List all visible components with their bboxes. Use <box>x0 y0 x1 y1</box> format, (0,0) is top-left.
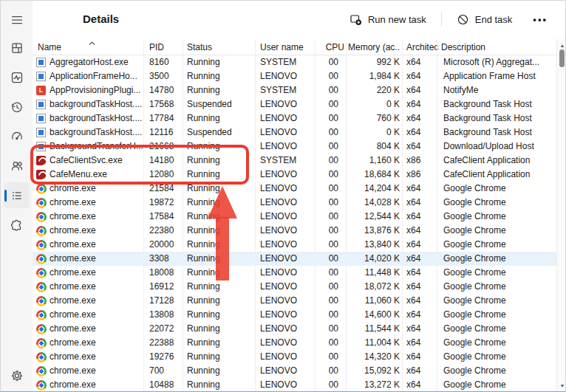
scrollbar-down-icon[interactable]: ▼ <box>557 381 566 391</box>
cell-architecture: x64 <box>406 280 434 294</box>
process-row[interactable]: chrome.exe700RunningLENOVO0015,092 Kx64G… <box>33 364 556 378</box>
cell-status: Suspended <box>187 97 253 111</box>
chrome-icon <box>36 226 47 236</box>
process-row[interactable]: chrome.exe3308RunningLENOVO0014,020 Kx64… <box>33 252 556 266</box>
cell-cpu: 00 <box>312 336 338 350</box>
cell-pid: 17584 <box>149 210 182 224</box>
cell-status: Running <box>187 182 253 196</box>
cell-pid: 20000 <box>149 238 182 252</box>
cell-cpu: 00 <box>312 378 338 392</box>
more-options-button[interactable]: ••• <box>527 11 553 28</box>
process-row[interactable]: chrome.exe21584RunningLENOVO0014,204 Kx6… <box>33 182 556 196</box>
process-row[interactable]: chrome.exe17584RunningLENOVO0012,544 Kx6… <box>33 210 556 224</box>
cell-cpu: 00 <box>312 97 338 111</box>
toolbar-divider <box>441 12 442 27</box>
cell-pid: 22388 <box>149 336 182 350</box>
sidebar-item-details[interactable] <box>4 182 30 208</box>
cell-description: CafeClient Application <box>443 168 556 182</box>
cell-architecture: x64 <box>406 140 434 154</box>
cell-architecture: x64 <box>406 266 434 280</box>
process-row[interactable]: chrome.exe17128RunningLENOVO0011,060 Kx6… <box>33 294 556 308</box>
sidebar-item-startup-apps[interactable] <box>4 123 30 149</box>
cell-status: Running <box>187 308 253 322</box>
column-header-status[interactable]: Status <box>187 39 255 55</box>
chrome-icon <box>36 338 47 348</box>
cell-status: Running <box>187 238 253 252</box>
column-header-architecture[interactable]: Architec... <box>406 39 439 55</box>
sidebar-item-processes[interactable] <box>4 35 30 61</box>
cell-user-name: LENOVO <box>260 378 319 392</box>
end-task-button[interactable]: End task <box>452 10 517 29</box>
cell-status: Running <box>187 210 253 224</box>
process-row[interactable]: AggregatorHost.exe8160RunningSYSTEM00992… <box>33 55 556 69</box>
cell-cpu: 00 <box>312 125 338 140</box>
process-row[interactable]: chrome.exe16912RunningLENOVO0018,072 Kx6… <box>33 280 556 294</box>
cell-process-name: chrome.exe <box>50 224 143 238</box>
process-row[interactable]: CafeMenu.exe12080RunningLENOVO0018,684 K… <box>33 168 556 182</box>
process-row[interactable]: chrome.exe19872RunningLENOVO0014,028 Kx6… <box>33 196 556 210</box>
scrollbar-thumb[interactable] <box>559 49 565 67</box>
page-title: Details <box>83 13 119 25</box>
cell-architecture: x86 <box>406 154 434 168</box>
column-header-user[interactable]: User name <box>260 39 318 55</box>
process-row[interactable]: chrome.exe19276RunningLENOVO0014,320 Kx6… <box>33 350 556 364</box>
cell-user-name: LENOVO <box>260 308 319 322</box>
process-row[interactable]: ApplicationFrameHo...3500RunningLENOVO00… <box>33 69 556 83</box>
process-row[interactable]: backgroundTaskHost....17568SuspendedLENO… <box>33 97 556 111</box>
chrome-icon <box>36 324 47 334</box>
process-row[interactable]: chrome.exe10488RunningLENOVO0013,272 Kx6… <box>33 378 556 392</box>
process-row[interactable]: BackgroundTransferH...21668RunningLENOVO… <box>33 140 556 154</box>
process-row[interactable]: chrome.exe18008RunningLENOVO0011,448 Kx6… <box>33 266 556 280</box>
end-task-icon <box>457 13 469 26</box>
settings-gear-icon <box>10 369 24 382</box>
vertical-scrollbar[interactable]: ▲ ▼ <box>556 39 566 392</box>
column-header-cpu[interactable]: CPU <box>318 39 344 55</box>
chrome-icon <box>36 184 47 194</box>
column-header-pid[interactable]: PID <box>149 39 180 55</box>
cell-status: Running <box>187 280 253 294</box>
chrome-icon <box>36 352 47 362</box>
sidebar-item-app-history[interactable] <box>4 94 30 120</box>
cell-status: Running <box>187 69 253 83</box>
hamburger-menu-icon[interactable] <box>4 7 30 32</box>
cell-process-name: BackgroundTransferH... <box>50 140 143 154</box>
process-row[interactable]: chrome.exe22388RunningLENOVO0011,004 Kx6… <box>33 336 556 350</box>
process-row[interactable]: chrome.exe20000RunningLENOVO0013,840 Kx6… <box>33 238 556 252</box>
cell-user-name: LENOVO <box>260 111 319 125</box>
cell-status: Running <box>187 196 253 210</box>
process-row[interactable]: LAppProvisioningPlugi...14780RunningSYST… <box>33 83 556 97</box>
cell-pid: 17568 <box>149 97 182 111</box>
default-exe-icon <box>36 100 46 109</box>
process-row[interactable]: backgroundTaskHost....17784RunningLENOVO… <box>33 111 556 125</box>
cell-cpu: 00 <box>312 280 338 294</box>
cell-user-name: LENOVO <box>260 125 319 140</box>
cell-cpu: 00 <box>312 55 338 69</box>
cell-description: Google Chrome <box>443 224 556 238</box>
cell-cpu: 00 <box>312 266 338 280</box>
sidebar-item-services[interactable] <box>4 212 30 238</box>
app-provisioning-icon: L <box>36 86 46 95</box>
sidebar-item-performance[interactable] <box>4 64 30 90</box>
sidebar-item-users[interactable] <box>4 153 30 179</box>
cell-memory: 14,020 K <box>343 252 400 266</box>
cell-architecture: x64 <box>406 210 434 224</box>
process-row[interactable]: backgroundTaskHost....12116SuspendedLENO… <box>33 125 556 140</box>
cell-description: Download/Upload Host <box>443 140 556 154</box>
process-row[interactable]: CafeClientSvc.exe14180RunningSYSTEM001,1… <box>33 154 556 168</box>
cell-status: Running <box>187 336 253 350</box>
sort-ascending-icon <box>89 38 96 48</box>
cell-architecture: x64 <box>406 350 434 364</box>
process-row[interactable]: chrome.exe22072RunningLENOVO0011,544 Kx6… <box>33 322 556 336</box>
cell-status: Running <box>187 140 253 154</box>
process-row[interactable]: chrome.exe22380RunningLENOVO0013,876 Kx6… <box>33 224 556 238</box>
chrome-icon <box>36 240 47 250</box>
sidebar-item-settings[interactable] <box>4 362 30 388</box>
cell-cpu: 00 <box>312 154 338 168</box>
column-header-memory[interactable]: Memory (ac... <box>348 39 400 55</box>
chrome-icon <box>36 268 47 278</box>
process-row[interactable]: chrome.exe13808RunningLENOVO0014,600 Kx6… <box>33 308 556 322</box>
cell-description: NotifyMe <box>443 83 556 97</box>
run-new-task-button[interactable]: Run new task <box>345 10 431 29</box>
cell-architecture: x64 <box>406 182 434 196</box>
column-header-description[interactable]: Description <box>441 39 552 55</box>
